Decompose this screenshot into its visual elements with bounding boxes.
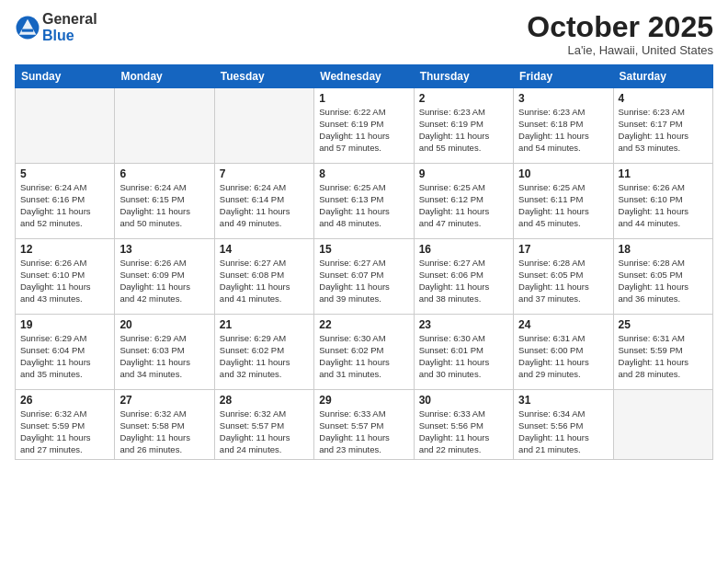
- calendar-cell: 26Sunrise: 6:32 AM Sunset: 5:59 PM Dayli…: [16, 390, 115, 460]
- day-number: 26: [20, 394, 109, 407]
- calendar-cell: 10Sunrise: 6:25 AM Sunset: 6:11 PM Dayli…: [514, 164, 613, 239]
- day-info: Sunrise: 6:28 AM Sunset: 6:05 PM Dayligh…: [619, 258, 708, 304]
- day-number: 16: [419, 243, 508, 256]
- day-number: 15: [319, 243, 408, 256]
- weekday-header: Monday: [115, 65, 214, 88]
- location: La'ie, Hawaii, United States: [527, 43, 713, 57]
- calendar-cell: 18Sunrise: 6:28 AM Sunset: 6:05 PM Dayli…: [613, 239, 712, 315]
- day-info: Sunrise: 6:25 AM Sunset: 6:11 PM Dayligh…: [518, 182, 608, 229]
- calendar: SundayMondayTuesdayWednesdayThursdayFrid…: [15, 64, 713, 460]
- day-info: Sunrise: 6:22 AM Sunset: 6:19 PM Dayligh…: [319, 107, 408, 154]
- calendar-cell: 20Sunrise: 6:29 AM Sunset: 6:03 PM Dayli…: [115, 315, 214, 390]
- svg-rect-2: [22, 29, 33, 31]
- day-info: Sunrise: 6:26 AM Sunset: 6:09 PM Dayligh…: [119, 258, 209, 304]
- day-info: Sunrise: 6:25 AM Sunset: 6:12 PM Dayligh…: [419, 182, 508, 229]
- logo: General Blue: [15, 11, 97, 43]
- day-info: Sunrise: 6:30 AM Sunset: 6:02 PM Dayligh…: [319, 333, 408, 380]
- day-number: 13: [119, 243, 209, 256]
- calendar-cell: 5Sunrise: 6:24 AM Sunset: 6:16 PM Daylig…: [16, 164, 115, 239]
- calendar-cell: 27Sunrise: 6:32 AM Sunset: 5:58 PM Dayli…: [115, 390, 214, 460]
- page: General Blue October 2025 La'ie, Hawaii,…: [0, 0, 728, 563]
- day-info: Sunrise: 6:23 AM Sunset: 6:17 PM Dayligh…: [619, 107, 708, 154]
- day-info: Sunrise: 6:27 AM Sunset: 6:06 PM Dayligh…: [419, 258, 508, 304]
- day-info: Sunrise: 6:27 AM Sunset: 6:08 PM Dayligh…: [220, 258, 309, 304]
- calendar-cell: 6Sunrise: 6:24 AM Sunset: 6:15 PM Daylig…: [115, 164, 214, 239]
- calendar-cell: 29Sunrise: 6:33 AM Sunset: 5:57 PM Dayli…: [314, 390, 414, 460]
- weekday-header: Saturday: [613, 65, 712, 88]
- weekday-header: Friday: [514, 65, 613, 88]
- day-info: Sunrise: 6:24 AM Sunset: 6:14 PM Dayligh…: [220, 182, 309, 229]
- weekday-header: Thursday: [414, 65, 513, 88]
- day-info: Sunrise: 6:32 AM Sunset: 5:57 PM Dayligh…: [220, 408, 309, 455]
- day-number: 5: [20, 167, 109, 180]
- day-number: 19: [20, 318, 109, 331]
- day-number: 14: [220, 243, 309, 256]
- day-number: 17: [518, 243, 608, 256]
- day-info: Sunrise: 6:23 AM Sunset: 6:19 PM Dayligh…: [419, 107, 508, 154]
- calendar-cell: [214, 88, 313, 164]
- calendar-cell: 14Sunrise: 6:27 AM Sunset: 6:08 PM Dayli…: [214, 239, 313, 315]
- calendar-cell: [115, 88, 214, 164]
- weekday-header: Tuesday: [214, 65, 313, 88]
- calendar-cell: 4Sunrise: 6:23 AM Sunset: 6:17 PM Daylig…: [613, 88, 712, 164]
- calendar-cell: 28Sunrise: 6:32 AM Sunset: 5:57 PM Dayli…: [214, 390, 313, 460]
- calendar-cell: 1Sunrise: 6:22 AM Sunset: 6:19 PM Daylig…: [314, 88, 414, 164]
- logo-icon: [15, 15, 40, 40]
- weekday-header: Wednesday: [314, 65, 414, 88]
- calendar-cell: 25Sunrise: 6:31 AM Sunset: 5:59 PM Dayli…: [613, 315, 712, 390]
- day-info: Sunrise: 6:29 AM Sunset: 6:02 PM Dayligh…: [220, 333, 309, 380]
- day-number: 23: [419, 318, 508, 331]
- day-info: Sunrise: 6:27 AM Sunset: 6:07 PM Dayligh…: [319, 258, 408, 304]
- day-number: 10: [518, 167, 608, 180]
- header: General Blue October 2025 La'ie, Hawaii,…: [15, 11, 713, 57]
- day-number: 4: [619, 92, 708, 105]
- day-info: Sunrise: 6:28 AM Sunset: 6:05 PM Dayligh…: [518, 258, 608, 304]
- calendar-cell: 9Sunrise: 6:25 AM Sunset: 6:12 PM Daylig…: [414, 164, 513, 239]
- day-info: Sunrise: 6:25 AM Sunset: 6:13 PM Dayligh…: [319, 182, 408, 229]
- title-block: October 2025 La'ie, Hawaii, United State…: [527, 11, 713, 57]
- day-number: 30: [419, 394, 508, 407]
- calendar-cell: 7Sunrise: 6:24 AM Sunset: 6:14 PM Daylig…: [214, 164, 313, 239]
- day-number: 6: [119, 167, 209, 180]
- calendar-cell: 12Sunrise: 6:26 AM Sunset: 6:10 PM Dayli…: [16, 239, 115, 315]
- day-number: 20: [119, 318, 209, 331]
- day-info: Sunrise: 6:32 AM Sunset: 5:58 PM Dayligh…: [119, 408, 209, 455]
- calendar-cell: 13Sunrise: 6:26 AM Sunset: 6:09 PM Dayli…: [115, 239, 214, 315]
- calendar-cell: 11Sunrise: 6:26 AM Sunset: 6:10 PM Dayli…: [613, 164, 712, 239]
- calendar-week-row: 5Sunrise: 6:24 AM Sunset: 6:16 PM Daylig…: [16, 164, 713, 239]
- weekday-header-row: SundayMondayTuesdayWednesdayThursdayFrid…: [16, 65, 713, 88]
- day-number: 11: [619, 167, 708, 180]
- day-number: 9: [419, 167, 508, 180]
- calendar-cell: 17Sunrise: 6:28 AM Sunset: 6:05 PM Dayli…: [514, 239, 613, 315]
- calendar-cell: [613, 390, 712, 460]
- calendar-week-row: 19Sunrise: 6:29 AM Sunset: 6:04 PM Dayli…: [16, 315, 713, 390]
- day-number: 18: [619, 243, 708, 256]
- day-info: Sunrise: 6:32 AM Sunset: 5:59 PM Dayligh…: [20, 408, 109, 455]
- calendar-cell: 8Sunrise: 6:25 AM Sunset: 6:13 PM Daylig…: [314, 164, 414, 239]
- day-number: 31: [518, 394, 608, 407]
- day-info: Sunrise: 6:30 AM Sunset: 6:01 PM Dayligh…: [419, 333, 508, 380]
- day-number: 7: [220, 167, 309, 180]
- calendar-cell: 16Sunrise: 6:27 AM Sunset: 6:06 PM Dayli…: [414, 239, 513, 315]
- calendar-cell: 15Sunrise: 6:27 AM Sunset: 6:07 PM Dayli…: [314, 239, 414, 315]
- calendar-cell: 31Sunrise: 6:34 AM Sunset: 5:56 PM Dayli…: [514, 390, 613, 460]
- calendar-cell: [16, 88, 115, 164]
- day-info: Sunrise: 6:33 AM Sunset: 5:57 PM Dayligh…: [319, 408, 408, 455]
- day-info: Sunrise: 6:26 AM Sunset: 6:10 PM Dayligh…: [619, 182, 708, 229]
- day-number: 28: [220, 394, 309, 407]
- day-number: 1: [319, 92, 408, 105]
- calendar-cell: 24Sunrise: 6:31 AM Sunset: 6:00 PM Dayli…: [514, 315, 613, 390]
- logo-text: General Blue: [42, 11, 97, 43]
- day-info: Sunrise: 6:23 AM Sunset: 6:18 PM Dayligh…: [518, 107, 608, 154]
- day-number: 29: [319, 394, 408, 407]
- day-info: Sunrise: 6:24 AM Sunset: 6:16 PM Dayligh…: [20, 182, 109, 229]
- day-info: Sunrise: 6:24 AM Sunset: 6:15 PM Dayligh…: [119, 182, 209, 229]
- day-number: 25: [619, 318, 708, 331]
- day-number: 24: [518, 318, 608, 331]
- day-number: 21: [220, 318, 309, 331]
- day-info: Sunrise: 6:26 AM Sunset: 6:10 PM Dayligh…: [20, 258, 109, 304]
- calendar-cell: 21Sunrise: 6:29 AM Sunset: 6:02 PM Dayli…: [214, 315, 313, 390]
- day-number: 3: [518, 92, 608, 105]
- calendar-cell: 19Sunrise: 6:29 AM Sunset: 6:04 PM Dayli…: [16, 315, 115, 390]
- day-info: Sunrise: 6:31 AM Sunset: 6:00 PM Dayligh…: [518, 333, 608, 380]
